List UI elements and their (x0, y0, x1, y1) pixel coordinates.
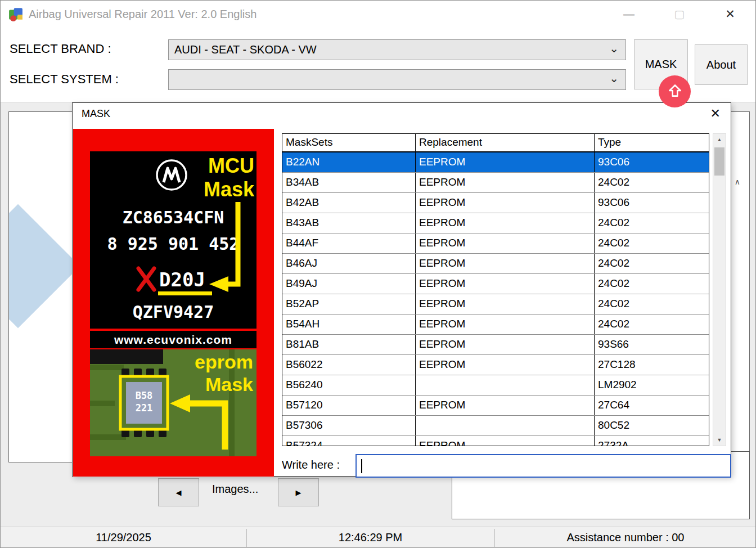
type-cell[interactable]: 24C02 (594, 173, 709, 192)
table-scrollbar[interactable]: ▲ ▼ (713, 133, 726, 446)
maskset-cell[interactable]: B57306 (282, 416, 415, 435)
mask-table: MaskSets Replacement Type B22ANEEPROM93C… (282, 133, 709, 446)
table-row[interactable]: B49AJEEPROM24C02 (282, 274, 709, 294)
maskset-cell[interactable]: B56240 (282, 375, 415, 395)
dialog-close-icon[interactable]: ✕ (710, 106, 721, 121)
arrow-right-icon: ▶ (296, 488, 302, 497)
replacement-cell[interactable]: EEPROM (415, 274, 594, 294)
table-row[interactable]: B44AFEEPROM24C02 (282, 233, 709, 254)
replacement-cell[interactable]: EEPROM (415, 193, 594, 213)
system-select[interactable]: ⌄ (168, 69, 626, 90)
replacement-cell[interactable]: EEPROM (415, 335, 594, 354)
type-cell[interactable]: 24C02 (594, 254, 709, 273)
scroll-down-icon[interactable]: ▼ (713, 434, 726, 446)
maskset-cell[interactable]: B34AB (282, 173, 415, 192)
upload-badge-button[interactable] (659, 75, 691, 107)
maskset-cell[interactable]: B44AF (282, 233, 415, 253)
type-cell[interactable]: 24C02 (594, 315, 709, 334)
type-cell[interactable]: 27C64 (594, 396, 709, 415)
chip-code-line3: D20J (159, 268, 205, 291)
maskset-cell[interactable]: B42AB (282, 193, 415, 213)
type-cell[interactable]: 24C02 (594, 274, 709, 294)
table-row[interactable]: B22ANEEPROM93C06 (282, 152, 709, 173)
column-header-type[interactable]: Type (594, 134, 709, 151)
maskset-cell[interactable]: B54AH (282, 315, 415, 334)
mask-dialog: MASK ✕ MCU Mask ZC86534CFN 8 925 901 452… (72, 102, 731, 477)
minimize-button[interactable]: — (615, 1, 643, 28)
type-cell[interactable]: 93S66 (594, 335, 709, 354)
table-row[interactable]: B57324EEPROM2732A (282, 436, 709, 446)
type-cell[interactable]: 24C02 (594, 213, 709, 233)
status-bar: 11/29/2025 12:46:29 PM Assistance number… (1, 527, 756, 548)
status-time: 12:46:29 PM (246, 527, 494, 548)
type-cell[interactable]: 27C128 (594, 355, 709, 375)
select-brand-label: SELECT BRAND : (10, 42, 111, 56)
type-cell[interactable]: 2732A (594, 436, 709, 446)
mask-table-rows: B22ANEEPROM93C06B34ABEEPROM24C02B42ABEEP… (282, 152, 709, 446)
maskset-cell[interactable]: B46AJ (282, 254, 415, 273)
replacement-cell[interactable]: EEPROM (415, 173, 594, 192)
table-row[interactable]: B57120EEPROM27C64 (282, 396, 709, 416)
maskset-cell[interactable]: B43AB (282, 213, 415, 233)
close-button[interactable]: ✕ (716, 1, 744, 28)
type-cell[interactable]: 93C06 (594, 193, 709, 213)
replacement-cell[interactable]: EEPROM (415, 294, 594, 314)
maskset-cell[interactable]: B52AP (282, 294, 415, 314)
replacement-cell[interactable]: EEPROM (415, 315, 594, 334)
table-row[interactable]: B42ABEEPROM93C06 (282, 193, 709, 213)
table-row[interactable]: B43ABEEPROM24C02 (282, 213, 709, 233)
title-bar: Airbag Universal Repair 2011 Ver: 2.0 En… (1, 1, 756, 28)
about-button[interactable]: About (695, 44, 748, 85)
table-row[interactable]: B34ABEEPROM24C02 (282, 173, 709, 193)
eprom-label: eprom (195, 351, 253, 372)
write-here-label: Write here : (282, 459, 340, 471)
eprom-mask-label: Mask (205, 374, 253, 395)
replacement-cell[interactable]: EEPROM (415, 233, 594, 253)
maskset-cell[interactable]: B22AN (282, 152, 415, 172)
replacement-cell[interactable]: EEPROM (415, 152, 594, 172)
maskset-cell[interactable]: B56022 (282, 355, 415, 375)
table-row[interactable]: B56240LM2902 (282, 375, 709, 396)
text-caret (361, 459, 362, 473)
maskset-cell[interactable]: B57120 (282, 396, 415, 415)
replacement-cell[interactable]: EEPROM (415, 254, 594, 273)
chip-code-line2: 8 925 901 452 (107, 234, 240, 254)
column-header-masksets[interactable]: MaskSets (282, 134, 415, 151)
replacement-cell[interactable] (415, 375, 594, 395)
next-image-button[interactable]: ▶ (278, 478, 319, 506)
write-here-input[interactable] (357, 455, 730, 477)
maskset-cell[interactable]: B49AJ (282, 274, 415, 294)
type-cell[interactable]: 80C52 (594, 416, 709, 435)
replacement-cell[interactable]: EEPROM (415, 396, 594, 415)
table-row[interactable]: B5730680C52 (282, 416, 709, 436)
maximize-button[interactable]: ▢ (665, 1, 694, 28)
app-window: { "window": { "title": "Airbag Universal… (0, 0, 756, 548)
upload-arrow-icon (667, 82, 683, 101)
scroll-up-icon[interactable]: ▲ (713, 134, 726, 145)
type-cell[interactable]: LM2902 (594, 375, 709, 395)
chevron-down-icon: ⌄ (609, 39, 619, 59)
column-header-replacement[interactable]: Replacement (415, 134, 594, 151)
brand-select[interactable]: AUDI - SEAT - SKODA - VW ⌄ (168, 39, 626, 60)
replacement-cell[interactable]: EEPROM (415, 355, 594, 375)
type-cell[interactable]: 24C02 (594, 294, 709, 314)
type-cell[interactable]: 93C06 (594, 152, 709, 172)
table-row[interactable]: B46AJEEPROM24C02 (282, 254, 709, 274)
maskset-cell[interactable]: B57324 (282, 436, 415, 446)
table-row[interactable]: B52APEEPROM24C02 (282, 294, 709, 315)
type-cell[interactable]: 24C02 (594, 233, 709, 253)
window-title: Airbag Universal Repair 2011 Ver: 2.0 En… (29, 1, 256, 28)
table-row[interactable]: B81ABEEPROM93S66 (282, 335, 709, 355)
replacement-cell[interactable] (415, 416, 594, 435)
scrollbar-thumb[interactable] (714, 147, 724, 176)
previous-image-button[interactable]: ◀ (158, 478, 199, 506)
table-row[interactable]: B56022EEPROM27C128 (282, 355, 709, 375)
background-scroll-up-icon[interactable]: ∧ (735, 177, 740, 186)
table-row[interactable]: B54AHEEPROM24C02 (282, 315, 709, 335)
write-here-field-frame (356, 454, 731, 478)
replacement-cell[interactable]: EEPROM (415, 213, 594, 233)
chevron-down-icon: ⌄ (609, 69, 619, 88)
small-chip-line1: B58 (136, 390, 153, 401)
maskset-cell[interactable]: B81AB (282, 335, 415, 354)
replacement-cell[interactable]: EEPROM (415, 436, 594, 446)
